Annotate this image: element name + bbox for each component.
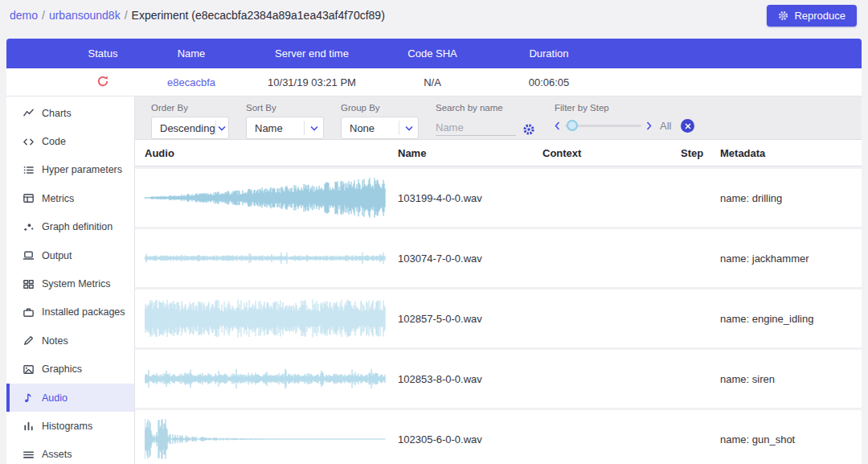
breadcrumb-link-workspace[interactable]: demo bbox=[10, 9, 38, 22]
chart-icon bbox=[23, 107, 35, 119]
audio-row: 102305-6-0-0.wav name: gun_shot bbox=[135, 408, 862, 464]
music-note-icon bbox=[23, 392, 35, 404]
chevron-down-icon bbox=[304, 121, 323, 135]
filter-bar: Order By Descending Sort By Name Group B… bbox=[135, 96, 862, 140]
waveform-player[interactable] bbox=[145, 175, 386, 220]
order-by-label: Order By bbox=[151, 103, 229, 113]
sort-by-select[interactable]: Name bbox=[246, 117, 324, 139]
breadcrumb: demo / urbansound8k / Experiment (e8ecac… bbox=[10, 9, 385, 22]
sidebar-item-output[interactable]: Output bbox=[6, 241, 134, 269]
chevron-down-icon bbox=[215, 121, 228, 135]
step-slider-handle[interactable] bbox=[567, 120, 578, 131]
column-name: Name bbox=[398, 147, 542, 159]
sidebar-item-notes[interactable]: Notes bbox=[6, 326, 134, 355]
grid-icon bbox=[23, 278, 35, 290]
reproduce-button[interactable]: Reproduce bbox=[767, 5, 857, 27]
group-by-select[interactable]: None bbox=[341, 117, 419, 139]
table-icon bbox=[23, 192, 35, 204]
audio-name: 102853-8-0-0.wav bbox=[398, 373, 542, 385]
step-filter-group: Filter by Step All bbox=[555, 103, 694, 133]
waveform-player[interactable] bbox=[145, 356, 386, 401]
audio-name: 102857-5-0-0.wav bbox=[398, 313, 542, 325]
step-filter-label: Filter by Step bbox=[555, 103, 694, 113]
audio-row: 102853-8-0-0.wav name: siren bbox=[135, 347, 862, 408]
chevron-right-icon[interactable] bbox=[646, 121, 652, 130]
audio-table-header: Audio Name Context Step Metadata bbox=[135, 140, 862, 166]
experiment-row: e8ecacbfa 10/31/19 03:21 PM N/A 00:06:05 bbox=[6, 68, 862, 96]
code-icon bbox=[23, 136, 35, 148]
column-duration: Duration bbox=[481, 47, 617, 60]
image-icon bbox=[23, 363, 35, 376]
gear-icon bbox=[778, 10, 788, 21]
column-metadata: Metadata bbox=[717, 147, 862, 159]
audio-metadata: name: gun_shot bbox=[717, 433, 862, 446]
waveform-player[interactable] bbox=[145, 417, 386, 462]
sidebar-item-charts[interactable]: Charts bbox=[6, 99, 134, 127]
close-icon[interactable] bbox=[681, 119, 694, 133]
audio-table: Audio Name Context Step Metadata 103199-… bbox=[135, 140, 862, 464]
list-icon bbox=[23, 164, 35, 176]
column-code-sha: Code SHA bbox=[384, 47, 481, 60]
sidebar-item-code[interactable]: Code bbox=[6, 127, 134, 155]
column-status: Status bbox=[63, 47, 143, 60]
gear-icon[interactable] bbox=[522, 123, 535, 136]
sidebar: Charts Code Hyper parameters Metrics Gra… bbox=[6, 96, 135, 464]
sidebar-item-metrics[interactable]: Metrics bbox=[6, 184, 134, 212]
audio-row: 103199-4-0-0.wav name: drilling bbox=[135, 166, 862, 227]
order-by-group: Order By Descending bbox=[151, 103, 229, 139]
column-audio: Audio bbox=[145, 147, 398, 159]
sidebar-item-assets[interactable]: Assets bbox=[6, 441, 134, 464]
column-step: Step bbox=[681, 147, 717, 159]
audio-name: 103074-7-0-0.wav bbox=[398, 253, 542, 265]
sidebar-item-audio[interactable]: Audio bbox=[6, 384, 134, 412]
pencil-icon bbox=[23, 335, 35, 347]
search-label: Search by name bbox=[436, 103, 535, 113]
search-group: Search by name bbox=[436, 103, 535, 136]
group-by-group: Group By None bbox=[341, 103, 419, 139]
duration-value: 00:06:05 bbox=[481, 76, 617, 88]
sort-by-label: Sort By bbox=[246, 103, 324, 113]
sidebar-item-hyper-parameters[interactable]: Hyper parameters bbox=[6, 156, 134, 184]
code-sha-value: N/A bbox=[384, 76, 481, 88]
top-bar: demo / urbansound8k / Experiment (e8ecac… bbox=[0, 0, 868, 31]
group-by-label: Group By bbox=[341, 103, 419, 113]
breadcrumb-separator: / bbox=[125, 9, 128, 22]
sidebar-item-histograms[interactable]: Histograms bbox=[6, 412, 134, 440]
column-context: Context bbox=[542, 147, 681, 159]
lines-icon bbox=[23, 449, 35, 461]
experiment-card: Status Name Server end time Code SHA Dur… bbox=[6, 39, 862, 464]
sidebar-item-graphics[interactable]: Graphics bbox=[6, 355, 134, 384]
chevron-down-icon bbox=[399, 121, 418, 135]
step-slider[interactable] bbox=[565, 125, 641, 127]
breadcrumb-current: Experiment (e8ecacbfa2384a89a1ea43af4f70… bbox=[132, 9, 385, 22]
sidebar-item-system-metrics[interactable]: System Metrics bbox=[6, 269, 134, 298]
sidebar-item-installed-packages[interactable]: Installed packages bbox=[6, 298, 134, 326]
search-input[interactable] bbox=[436, 120, 516, 136]
audio-name: 102305-6-0-0.wav bbox=[398, 433, 542, 446]
terminal-icon bbox=[23, 249, 35, 261]
audio-metadata: name: jackhammer bbox=[717, 253, 862, 265]
audio-metadata: name: drilling bbox=[717, 192, 862, 204]
experiment-name-link[interactable]: e8ecacbfa bbox=[167, 76, 215, 88]
breadcrumb-separator: / bbox=[42, 9, 45, 22]
briefcase-icon bbox=[23, 306, 35, 318]
audio-metadata: name: siren bbox=[717, 373, 862, 385]
histogram-icon bbox=[23, 420, 35, 432]
scatter-icon bbox=[23, 221, 35, 233]
server-end-time-value: 10/31/19 03:21 PM bbox=[240, 76, 384, 88]
audio-row: 102857-5-0-0.wav name: engine_idling bbox=[135, 287, 862, 347]
refresh-icon[interactable] bbox=[96, 75, 109, 88]
step-range-value: All bbox=[660, 120, 671, 132]
column-name: Name bbox=[143, 47, 240, 60]
experiment-table-header: Status Name Server end time Code SHA Dur… bbox=[6, 39, 862, 68]
chevron-left-icon[interactable] bbox=[555, 121, 560, 130]
waveform-player[interactable] bbox=[145, 236, 386, 281]
sort-by-group: Sort By Name bbox=[246, 103, 324, 139]
audio-row: 103074-7-0-0.wav name: jackhammer bbox=[135, 227, 862, 287]
order-by-select[interactable]: Descending bbox=[151, 117, 229, 139]
column-server-end-time: Server end time bbox=[240, 47, 384, 60]
audio-metadata: name: engine_idling bbox=[717, 313, 862, 325]
breadcrumb-link-project[interactable]: urbansound8k bbox=[49, 9, 121, 22]
waveform-player[interactable] bbox=[145, 296, 386, 341]
sidebar-item-graph-definition[interactable]: Graph definition bbox=[6, 213, 134, 241]
